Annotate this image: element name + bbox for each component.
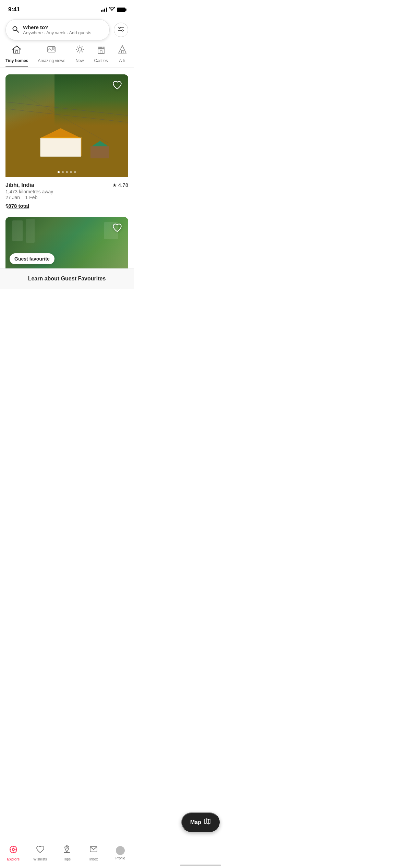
listing-price: $878 total: [5, 203, 128, 209]
new-label: New: [75, 58, 84, 63]
second-listing-card[interactable]: Guest favourite: [5, 217, 128, 268]
svg-point-12: [78, 48, 82, 51]
search-title: Where to?: [23, 24, 91, 30]
filter-icon: [118, 26, 124, 34]
wire-lines: [5, 74, 128, 177]
second-listing-image: Guest favourite: [5, 217, 128, 268]
new-icon: [75, 45, 85, 56]
dot-5: [74, 171, 76, 173]
dot-3: [66, 171, 68, 173]
search-bar[interactable]: Where to? Anywhere · Any week · Add gues…: [5, 19, 110, 40]
price-value: $878 total: [5, 203, 29, 209]
guest-fav-text: Learn about Guest Favourites: [28, 276, 106, 281]
search-subtitle: Anywhere · Any week · Add guests: [23, 30, 91, 35]
tab-castles[interactable]: Castles: [94, 45, 108, 67]
search-icon: [12, 26, 19, 34]
tab-new[interactable]: New: [75, 45, 85, 67]
listing-header: Jibhi, India ★ 4.78: [5, 182, 128, 188]
listing-dates: 27 Jan – 1 Feb: [5, 195, 128, 200]
search-section: Where to? Anywhere · Any week · Add gues…: [0, 16, 134, 45]
wifi-icon: [109, 7, 115, 12]
svg-line-31: [5, 109, 128, 122]
svg-rect-17: [103, 47, 104, 49]
svg-line-1: [16, 30, 19, 32]
guest-favourites-banner: Learn about Guest Favourites: [0, 268, 134, 289]
house-shape: [40, 129, 85, 157]
listing-card[interactable]: Jibhi, India ★ 4.78 1,473 kilometres awa…: [5, 74, 128, 209]
svg-rect-14: [98, 49, 104, 53]
tiny-homes-label: Tiny homes: [5, 58, 28, 63]
status-bar: 9:41: [0, 0, 134, 16]
search-text: Where to? Anywhere · Any week · Add gues…: [23, 24, 91, 35]
tiny-homes-icon: [12, 45, 22, 56]
svg-rect-29: [121, 51, 123, 53]
battery-icon: [117, 8, 125, 12]
second-wishlist-button[interactable]: [111, 222, 123, 234]
filter-button[interactable]: [114, 23, 128, 37]
castles-label: Castles: [94, 58, 108, 63]
status-time: 9:41: [8, 6, 20, 13]
status-icons: [101, 7, 125, 12]
listing-image: [5, 74, 128, 177]
svg-rect-15: [98, 47, 99, 49]
dot-1: [58, 171, 60, 173]
amazing-views-label: Amazing views: [38, 58, 65, 63]
tab-a-frames[interactable]: A-fi: [118, 45, 127, 67]
svg-line-30: [5, 102, 128, 116]
svg-rect-18: [100, 51, 102, 53]
pagination-dots: [58, 171, 76, 173]
guest-favourite-badge: Guest favourite: [10, 253, 54, 264]
a-frames-icon: [118, 45, 127, 56]
cabin-shape: [90, 141, 111, 158]
rating-value: 4.78: [118, 182, 128, 188]
amazing-views-icon: [47, 45, 56, 56]
svg-rect-9: [16, 51, 18, 53]
dot-4: [70, 171, 72, 173]
signal-icon: [101, 8, 107, 12]
listing-distance: 1,473 kilometres away: [5, 189, 128, 194]
listing-area: Jibhi, India ★ 4.78 1,473 kilometres awa…: [0, 68, 134, 268]
listing-info: Jibhi, India ★ 4.78 1,473 kilometres awa…: [5, 177, 128, 209]
category-tabs: Tiny homes Amazing views: [0, 45, 134, 68]
a-frames-label: A-fi: [119, 58, 125, 63]
svg-rect-8: [14, 49, 20, 53]
listing-location: Jibhi, India: [5, 182, 34, 188]
tab-amazing-views[interactable]: Amazing views: [38, 45, 65, 67]
wishlist-button[interactable]: [111, 79, 123, 92]
listing-rating: ★ 4.78: [112, 182, 128, 188]
svg-rect-16: [100, 47, 102, 49]
castles-icon: [96, 45, 106, 56]
svg-point-11: [53, 47, 54, 49]
dot-2: [62, 171, 64, 173]
star-icon: ★: [112, 182, 117, 188]
tab-tiny-homes[interactable]: Tiny homes: [5, 45, 28, 67]
